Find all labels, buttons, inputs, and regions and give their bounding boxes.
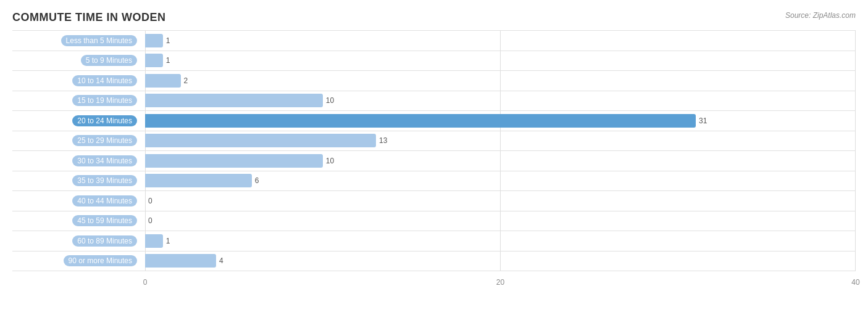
bar-value: 4 <box>219 256 223 265</box>
bar-wrapper: 1 <box>145 33 856 49</box>
bar-section: 10 <box>145 91 856 111</box>
row-label: 40 to 44 Minutes <box>12 195 145 206</box>
bar <box>145 94 323 107</box>
table-row: 20 to 24 Minutes 31 <box>12 110 856 131</box>
bar <box>145 74 181 88</box>
bar-wrapper: 13 <box>145 133 856 149</box>
bar-wrapper: 0 <box>145 213 856 229</box>
bar-section: 0 <box>145 191 856 211</box>
chart-title: COMMUTE TIME IN WODEN <box>12 11 856 24</box>
bar-wrapper: 6 <box>145 173 856 189</box>
bar-wrapper: 0 <box>145 193 856 209</box>
rows-container: Less than 5 Minutes 1 5 to 9 Minutes 1 1… <box>12 30 856 271</box>
x-tick: 0 <box>143 278 148 287</box>
table-row: 35 to 39 Minutes 6 <box>12 171 856 191</box>
bar-section: 1 <box>145 31 856 51</box>
bar-section: 31 <box>145 111 856 131</box>
bar-wrapper: 1 <box>145 233 856 249</box>
bar-section: 1 <box>145 231 856 251</box>
label-pill: 30 to 34 Minutes <box>72 155 137 166</box>
label-pill: 20 to 24 Minutes <box>72 115 137 126</box>
table-row: 10 to 14 Minutes 2 <box>12 70 856 91</box>
bar-section: 10 <box>145 151 856 171</box>
table-row: 90 or more Minutes 4 <box>12 251 856 272</box>
bar-wrapper: 1 <box>145 53 856 69</box>
bar <box>145 154 323 168</box>
row-label: 90 or more Minutes <box>12 255 145 266</box>
label-pill: 5 to 9 Minutes <box>81 55 137 66</box>
row-label: 25 to 29 Minutes <box>12 135 145 146</box>
bar <box>145 134 376 147</box>
row-label: 20 to 24 Minutes <box>12 115 145 126</box>
row-label: 60 to 89 Minutes <box>12 235 145 247</box>
bar-wrapper: 10 <box>145 93 856 109</box>
bar-section: 4 <box>145 251 856 271</box>
chart-container: COMMUTE TIME IN WODEN Source: ZipAtlas.c… <box>0 0 868 323</box>
x-axis: 02040 <box>145 271 856 287</box>
bar-value: 10 <box>326 157 334 165</box>
bar-value: 2 <box>184 76 188 85</box>
table-row: 25 to 29 Minutes 13 <box>12 131 856 151</box>
row-label: 30 to 34 Minutes <box>12 155 145 166</box>
bar <box>145 254 216 268</box>
table-row: 45 to 59 Minutes 0 <box>12 211 856 231</box>
table-row: 5 to 9 Minutes 1 <box>12 51 856 71</box>
table-row: 40 to 44 Minutes 0 <box>12 190 856 211</box>
table-row: 15 to 19 Minutes 10 <box>12 91 856 111</box>
label-pill: 60 to 89 Minutes <box>72 235 137 247</box>
row-label: 5 to 9 Minutes <box>12 55 145 66</box>
bar-value: 1 <box>166 56 170 65</box>
label-pill: 35 to 39 Minutes <box>72 175 137 186</box>
bar-section: 6 <box>145 171 856 191</box>
bar <box>145 174 252 187</box>
row-label: 45 to 59 Minutes <box>12 215 145 226</box>
bar-section: 0 <box>145 211 856 231</box>
x-tick: 40 <box>851 278 859 287</box>
bar <box>145 234 163 248</box>
bar <box>145 54 163 67</box>
bar-wrapper: 2 <box>145 73 856 89</box>
row-label: Less than 5 Minutes <box>12 35 145 46</box>
row-label: 35 to 39 Minutes <box>12 175 145 186</box>
bar-value: 31 <box>699 117 707 125</box>
label-pill: 40 to 44 Minutes <box>72 195 137 206</box>
label-pill: Less than 5 Minutes <box>61 35 137 46</box>
bar <box>145 34 163 47</box>
bar-wrapper: 31 <box>145 113 856 129</box>
row-label: 15 to 19 Minutes <box>12 95 145 106</box>
bar <box>145 114 696 128</box>
label-pill: 25 to 29 Minutes <box>72 135 137 146</box>
bar-value: 1 <box>166 237 170 245</box>
bar-value: 0 <box>148 197 152 205</box>
label-pill: 90 or more Minutes <box>64 255 137 266</box>
bar-section: 1 <box>145 51 856 71</box>
bar-wrapper: 10 <box>145 153 856 169</box>
bar-wrapper: 4 <box>145 253 856 269</box>
label-pill: 15 to 19 Minutes <box>72 95 137 106</box>
bar-value: 1 <box>166 36 170 45</box>
bar-value: 0 <box>148 216 152 225</box>
bar-section: 2 <box>145 71 856 91</box>
chart-area: Less than 5 Minutes 1 5 to 9 Minutes 1 1… <box>12 30 856 287</box>
source-label: Source: ZipAtlas.com <box>785 11 856 20</box>
x-tick: 20 <box>496 278 504 287</box>
label-pill: 45 to 59 Minutes <box>72 215 137 226</box>
bar-value: 13 <box>379 136 387 145</box>
row-label: 10 to 14 Minutes <box>12 75 145 86</box>
bar-section: 13 <box>145 131 856 151</box>
table-row: 30 to 34 Minutes 10 <box>12 150 856 171</box>
table-row: 60 to 89 Minutes 1 <box>12 231 856 251</box>
label-pill: 10 to 14 Minutes <box>72 75 137 86</box>
bar-value: 6 <box>255 176 259 185</box>
table-row: Less than 5 Minutes 1 <box>12 30 856 51</box>
bar-value: 10 <box>326 96 334 105</box>
